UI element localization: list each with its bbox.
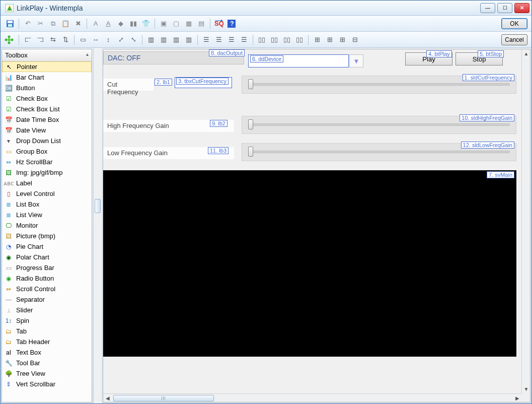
group-icon[interactable]: ▦ — [183, 18, 194, 29]
toolbox-item-spin[interactable]: 1↕Spin — [2, 315, 92, 326]
play-button[interactable]: Play — [405, 52, 452, 65]
slider-thumb[interactable] — [248, 79, 253, 89]
grid-2-icon[interactable]: ⊞ — [324, 34, 335, 45]
slider-cutfreq[interactable] — [242, 76, 516, 94]
fill-icon[interactable]: ▮▮ — [128, 18, 139, 29]
toolbox-item-separator[interactable]: —Separator — [2, 294, 92, 305]
dropdown-arrow-icon[interactable]: ▼ — [349, 54, 363, 68]
canvas-v-scrollbar[interactable]: ▲ ▼ — [521, 49, 530, 393]
paste-icon[interactable]: 📋 — [60, 18, 71, 29]
align-right-icon[interactable]: ⫎ — [35, 34, 46, 45]
sql-icon[interactable]: SQL — [213, 18, 224, 29]
toolbox-item-monitor[interactable]: 🖵Monitor — [2, 220, 92, 231]
dist-h2-icon[interactable]: ▥ — [158, 34, 169, 45]
size-h-icon[interactable]: ↕ — [103, 34, 114, 45]
font-bold-icon[interactable]: A — [90, 18, 101, 29]
toolbox-item-check-box-list[interactable]: ☑Check Box List — [2, 104, 92, 114]
toolbox-item-pie-chart[interactable]: ◔Pie Chart — [2, 241, 92, 252]
toolbox-item-pointer[interactable]: ↖Pointer — [2, 61, 92, 72]
grid-1-icon[interactable]: ⊞ — [312, 34, 323, 45]
size-w-icon[interactable]: ↔ — [90, 34, 101, 45]
dist-h1-icon[interactable]: ▥ — [145, 34, 157, 45]
style-icon[interactable]: 👕 — [140, 18, 151, 29]
copy-icon[interactable]: ⧉ — [47, 18, 58, 29]
toolbox-item-tab-header[interactable]: 🗂Tab Header — [2, 336, 92, 347]
minimize-button[interactable]: — — [480, 3, 495, 13]
toolbox-item-slider[interactable]: ⟂Slider — [2, 305, 92, 315]
flower-icon[interactable] — [5, 35, 14, 44]
stop-button[interactable]: Stop — [455, 52, 503, 65]
toolbox-item-img-jpg-gif-bmp[interactable]: 🖼Img: jpg/gif/bmp — [2, 167, 92, 178]
sv-main[interactable] — [103, 170, 516, 357]
toolbox-item-tab[interactable]: 🗂Tab — [2, 326, 92, 336]
dist-v2-icon[interactable]: ☰ — [213, 34, 224, 45]
align-left-icon[interactable]: ⫍ — [22, 34, 33, 45]
toolbox-item-vert-scrollbar[interactable]: ⇕Vert Scrollbar — [2, 379, 92, 389]
toolbox-item-tool-bar[interactable]: 🔧Tool Bar — [2, 358, 92, 368]
order-3-icon[interactable]: ▯▯ — [281, 34, 292, 45]
toolbox-item-bar-chart[interactable]: 📊Bar Chart — [2, 72, 92, 83]
grid-4-icon[interactable]: ⊟ — [349, 34, 360, 45]
toolbox-item-progress-bar[interactable]: ▭Progress Bar — [2, 262, 92, 273]
toolbox-item-hz-scrollbar[interactable]: ⇔Hz ScrollBar — [2, 157, 92, 167]
toolbox-item-polar-chart[interactable]: ◉Polar Chart — [2, 252, 92, 262]
toolbox-item-tree-view[interactable]: 🌳Tree View — [2, 368, 92, 379]
maximize-button[interactable]: ☐ — [497, 3, 512, 13]
toolbox-item-level-control[interactable]: ▯Level Control — [2, 188, 92, 199]
device-dropdown[interactable]: ▼ — [248, 54, 349, 68]
dist-h3-icon[interactable]: ▥ — [171, 34, 182, 45]
slider-lowfreq[interactable] — [242, 143, 516, 161]
expand-icon[interactable]: ⤢ — [115, 34, 126, 45]
align-v-space-icon[interactable]: ⇅ — [60, 34, 71, 45]
help-icon[interactable]: ? — [226, 18, 237, 29]
bring-front-icon[interactable]: ▣ — [158, 18, 169, 29]
scroll-right-icon[interactable]: ▶ — [513, 394, 521, 402]
dist-v3-icon[interactable]: ☰ — [226, 34, 237, 45]
toolbox-list[interactable]: ↖Pointer📊Bar Chart🆗Button☑Check Box☑Chec… — [2, 61, 92, 402]
slider-thumb[interactable] — [248, 119, 253, 129]
toolbox-item-picture-bmp-[interactable]: 🖼Picture (bmp) — [2, 231, 92, 241]
canvas-h-scrollbar[interactable]: ◀ ▶ — [103, 393, 521, 402]
cancel-button[interactable]: Cancel — [501, 34, 527, 45]
toolbox-item-radio-button[interactable]: ◉Radio Button — [2, 273, 92, 284]
size-both-icon[interactable]: ▭ — [78, 34, 89, 45]
close-button[interactable]: ✕ — [514, 3, 529, 13]
toolbox-item-date-view[interactable]: 📅Date View — [2, 125, 92, 136]
font-underline-icon[interactable]: A — [103, 18, 114, 29]
toolbox-item-scroll-control[interactable]: ⇔Scroll Control — [2, 284, 92, 294]
design-surface[interactable]: DAC: OFF 8. dacOutput ▼ 6. ddDevice Play… — [103, 49, 521, 393]
toolbox-item-list-view[interactable]: ≣List View — [2, 210, 92, 220]
dac-output[interactable]: DAC: OFF — [103, 51, 244, 64]
toolbox-item-button[interactable]: 🆗Button — [2, 83, 92, 93]
save-icon[interactable] — [5, 18, 16, 29]
order-2-icon[interactable]: ▯▯ — [269, 34, 280, 45]
undo-icon[interactable]: ↶ — [22, 18, 33, 29]
toolbox-item-label[interactable]: ᴀʙᴄLabel — [2, 178, 92, 188]
ungroup-icon[interactable]: ▤ — [196, 18, 207, 29]
toolbox-scrollbar[interactable] — [93, 48, 102, 403]
send-back-icon[interactable]: ▢ — [171, 18, 182, 29]
dist-v4-icon[interactable]: ☰ — [239, 34, 250, 45]
scroll-left-icon[interactable]: ◀ — [103, 394, 112, 402]
order-1-icon[interactable]: ▯▯ — [256, 34, 267, 45]
ok-button[interactable]: OK — [501, 18, 527, 29]
grid-3-icon[interactable]: ⊞ — [337, 34, 348, 45]
dist-v1-icon[interactable]: ☰ — [201, 34, 212, 45]
slider-highfreq[interactable] — [242, 116, 516, 134]
dist-h4-icon[interactable]: ▥ — [183, 34, 194, 45]
scroll-down-icon[interactable]: ▼ — [522, 385, 530, 393]
toolbox-item-date-time-box[interactable]: 📅Date Time Box — [2, 114, 92, 125]
toolbox-item-check-box[interactable]: ☑Check Box — [2, 93, 92, 104]
shrink-icon[interactable]: ⤡ — [128, 34, 139, 45]
cut-icon[interactable]: ✂ — [35, 18, 46, 29]
slider-thumb[interactable] — [248, 147, 253, 157]
toolbox-item-text-box[interactable]: aIText Box — [2, 347, 92, 358]
toolbox-item-drop-down-list[interactable]: ▾Drop Down List — [2, 136, 92, 146]
scroll-thumb[interactable] — [113, 395, 214, 401]
textbox-cutfreq[interactable] — [175, 77, 232, 88]
order-4-icon[interactable]: ▯▯ — [294, 34, 305, 45]
scroll-up-icon[interactable]: ▲ — [522, 49, 530, 58]
toolbox-item-list-box[interactable]: ≣List Box — [2, 199, 92, 210]
paint-icon[interactable]: ◆ — [115, 18, 126, 29]
toolbox-item-group-box[interactable]: ▭Group Box — [2, 146, 92, 157]
